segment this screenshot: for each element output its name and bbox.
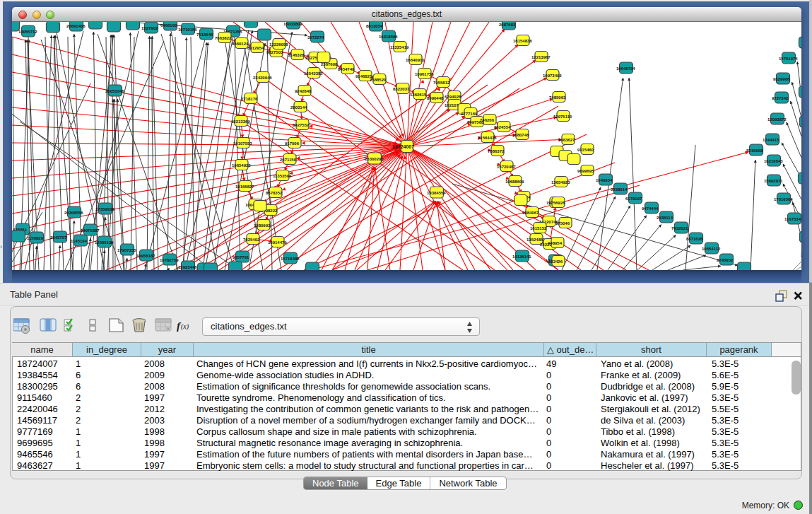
svg-text:12505135: 12505135 [95, 240, 114, 245]
svg-text:20691406: 20691406 [66, 24, 86, 28]
svg-text:23300295: 23300295 [365, 157, 384, 161]
svg-text:1362615: 1362615 [410, 93, 427, 97]
svg-text:12213369: 12213369 [231, 119, 250, 124]
svg-text:15751074: 15751074 [779, 57, 798, 61]
svg-text:15718485: 15718485 [281, 257, 300, 261]
svg-text:1156829: 1156829 [27, 236, 44, 240]
svg-text:2718176: 2718176 [241, 97, 258, 101]
svg-text:15720407: 15720407 [497, 165, 516, 169]
svg-text:10688609: 10688609 [505, 180, 524, 184]
svg-text:16640910: 16640910 [406, 58, 425, 62]
svg-text:1167534: 1167534 [784, 217, 801, 221]
svg-text:10958187: 10958187 [136, 254, 155, 258]
svg-text:8427552: 8427552 [293, 123, 310, 127]
svg-text:8813054: 8813054 [366, 24, 383, 28]
svg-text:16914479: 16914479 [268, 240, 287, 245]
svg-text:9699695: 9699695 [577, 169, 594, 173]
svg-text:8471626: 8471626 [686, 237, 703, 241]
svg-text:9463627: 9463627 [558, 138, 575, 142]
svg-text:917006: 917006 [285, 141, 300, 146]
svg-text:8912954: 8912954 [247, 46, 264, 50]
svg-text:19218506: 19218506 [379, 35, 398, 39]
svg-text:175046: 175046 [555, 221, 570, 226]
svg-text:9329906: 9329906 [773, 77, 790, 81]
svg-text:8215958: 8215958 [746, 148, 763, 153]
svg-text:8454749: 8454749 [338, 67, 355, 71]
svg-text:11353594: 11353594 [273, 174, 292, 178]
svg-text:2942757: 2942757 [50, 235, 67, 240]
svg-text:20206556: 20206556 [64, 211, 83, 215]
svg-text:11325419: 11325419 [390, 45, 409, 49]
svg-text:8146328: 8146328 [288, 53, 305, 57]
svg-text:12923446: 12923446 [178, 265, 197, 269]
svg-text:12213967: 12213967 [531, 55, 551, 59]
svg-text:10719155: 10719155 [178, 28, 197, 32]
svg-text:2087682: 2087682 [499, 23, 516, 27]
svg-text:948954: 948954 [548, 241, 563, 245]
svg-text:9474444: 9474444 [642, 206, 659, 211]
svg-text:5938914: 5938914 [611, 187, 628, 192]
svg-text:2671150: 2671150 [280, 158, 297, 162]
svg-text:9242848: 9242848 [295, 89, 312, 93]
svg-text:19654923: 19654923 [232, 163, 251, 168]
svg-text:13524851: 13524851 [526, 238, 546, 242]
svg-text:6179197: 6179197 [625, 197, 642, 201]
svg-text:16210643: 16210643 [764, 159, 783, 163]
svg-text:1640954: 1640954 [596, 178, 613, 182]
svg-text:1756928: 1756928 [548, 201, 565, 205]
svg-text:1615152: 1615152 [530, 226, 547, 230]
svg-text:16648794: 16648794 [616, 66, 635, 71]
svg-text:12975115: 12975115 [553, 115, 572, 119]
svg-text:13654923: 13654923 [551, 180, 570, 185]
svg-text:7955812: 7955812 [433, 81, 450, 85]
svg-text:2803144: 2803144 [290, 105, 307, 110]
svg-text:133426: 133426 [548, 259, 563, 264]
svg-text:10961758: 10961758 [415, 72, 434, 76]
svg-text:18724007: 18724007 [392, 144, 414, 149]
svg-text:21564436: 21564436 [478, 136, 497, 140]
svg-text:9115460: 9115460 [577, 148, 594, 152]
svg-text:23420046: 23420046 [253, 76, 272, 80]
svg-text:10654112: 10654112 [702, 247, 721, 251]
svg-text:6466160: 6466160 [160, 23, 177, 28]
svg-text:8990448: 8990448 [427, 96, 444, 100]
svg-text:3572274: 3572274 [307, 35, 324, 40]
svg-text:1588520: 1588520 [370, 78, 387, 82]
svg-text:1527602: 1527602 [141, 26, 158, 30]
svg-text:9777169: 9777169 [461, 112, 478, 116]
svg-text:746266: 746266 [480, 118, 495, 122]
svg-text:26053346: 26053346 [105, 89, 124, 93]
svg-text:9684067: 9684067 [522, 211, 539, 215]
svg-text:17016504: 17016504 [774, 197, 793, 201]
svg-text:1145194: 1145194 [71, 239, 88, 243]
svg-text:7663822: 7663822 [215, 36, 232, 40]
svg-text:7485063: 7485063 [549, 95, 566, 100]
svg-text:14055712: 14055712 [18, 30, 37, 34]
svg-text:19166827: 19166827 [235, 185, 254, 189]
svg-text:10973493: 10973493 [543, 74, 562, 78]
svg-text:16107553: 16107553 [233, 141, 252, 146]
svg-text:7515546: 7515546 [196, 33, 213, 37]
svg-text:17359938: 17359938 [95, 207, 114, 211]
svg-text:1244415: 1244415 [763, 138, 779, 142]
svg-text:8322037: 8322037 [393, 87, 410, 91]
svg-text:1080748: 1080748 [512, 133, 529, 137]
svg-text:16543382: 16543382 [304, 71, 323, 76]
svg-text:7625402: 7625402 [243, 238, 260, 242]
svg-text:12093872: 12093872 [767, 117, 787, 122]
svg-text:9857791: 9857791 [233, 255, 249, 259]
svg-text:9245652: 9245652 [717, 258, 734, 262]
svg-text:6794028: 6794028 [445, 95, 461, 99]
svg-text:1280993: 1280993 [254, 223, 271, 228]
svg-text:(x): (x) [181, 322, 189, 331]
svg-text:15692971: 15692971 [764, 179, 783, 183]
svg-text:2935114: 2935114 [657, 216, 673, 220]
svg-text:3624554: 3624554 [494, 125, 511, 129]
svg-text:8678352: 8678352 [266, 191, 283, 195]
svg-text:8660124: 8660124 [232, 42, 249, 46]
svg-text:19384554: 19384554 [427, 191, 446, 195]
svg-text:9227342: 9227342 [772, 96, 789, 100]
svg-text:7886372: 7886372 [488, 149, 505, 153]
svg-text:17957255: 17957255 [117, 248, 136, 252]
svg-text:13226058: 13226058 [269, 42, 288, 47]
